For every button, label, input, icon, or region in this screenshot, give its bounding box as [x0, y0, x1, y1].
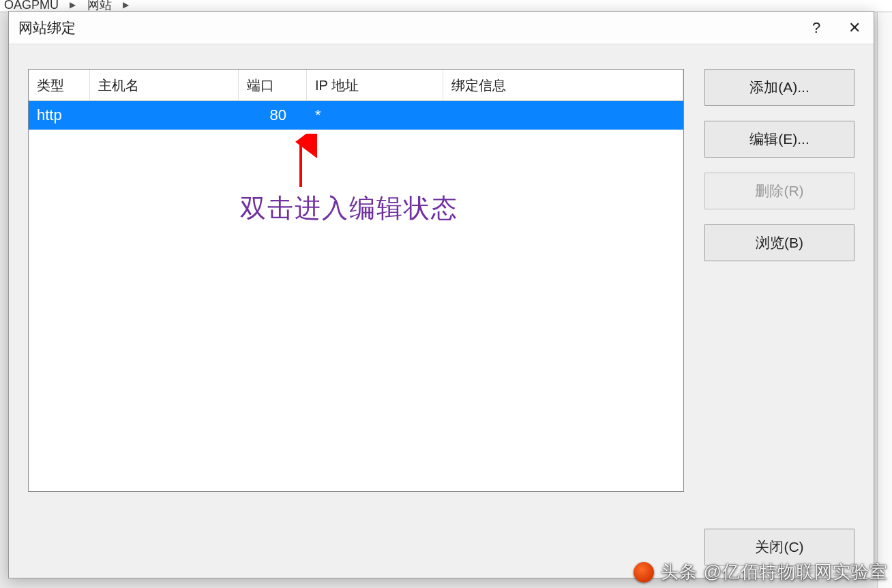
cell-port: 80 [239, 106, 307, 124]
breadcrumb-item[interactable]: 网站 [83, 0, 116, 10]
listview-header: 类型 主机名 端口 IP 地址 绑定信息 [29, 70, 683, 101]
dialog-button-column: 添加(A)... 编辑(E)... 删除(R) 浏览(B) [704, 69, 854, 515]
cell-type: http [29, 106, 90, 124]
column-header-host[interactable]: 主机名 [90, 70, 239, 100]
site-bindings-dialog: 网站绑定 ? ✕ 类型 主机名 端口 IP 地址 绑定信息 http 80 * [8, 11, 874, 578]
backdrop-right-panel [877, 12, 892, 588]
column-header-ip[interactable]: IP 地址 [307, 70, 443, 100]
delete-button: 删除(R) [704, 173, 854, 209]
dialog-body: 类型 主机名 端口 IP 地址 绑定信息 http 80 * [9, 44, 874, 529]
dialog-footer: 关闭(C) [9, 529, 874, 578]
column-header-type[interactable]: 类型 [29, 70, 90, 100]
annotation-text: 双击进入编辑状态 [240, 191, 458, 226]
browse-button[interactable]: 浏览(B) [704, 224, 854, 261]
listview-body: http 80 * [29, 101, 683, 130]
column-header-port[interactable]: 端口 [239, 70, 307, 100]
chevron-right-icon: ▶ [119, 0, 133, 10]
cell-ip: * [307, 106, 443, 124]
table-row[interactable]: http 80 * [29, 101, 683, 130]
chevron-right-icon: ▶ [65, 0, 80, 10]
help-icon: ? [812, 19, 820, 37]
column-header-info[interactable]: 绑定信息 [443, 70, 683, 100]
edit-button[interactable]: 编辑(E)... [704, 121, 854, 158]
close-icon: ✕ [848, 19, 861, 37]
add-button[interactable]: 添加(A)... [704, 69, 854, 106]
bindings-listview[interactable]: 类型 主机名 端口 IP 地址 绑定信息 http 80 * [28, 69, 684, 492]
close-dialog-button[interactable]: 关闭(C) [704, 529, 854, 565]
dialog-titlebar: 网站绑定 ? ✕ [9, 12, 874, 44]
breadcrumb-item[interactable]: OAGPMU [0, 0, 63, 10]
close-button[interactable]: ✕ [835, 12, 874, 44]
annotation-arrow-icon [284, 134, 318, 188]
dialog-title: 网站绑定 [18, 18, 797, 38]
help-button[interactable]: ? [797, 12, 835, 44]
